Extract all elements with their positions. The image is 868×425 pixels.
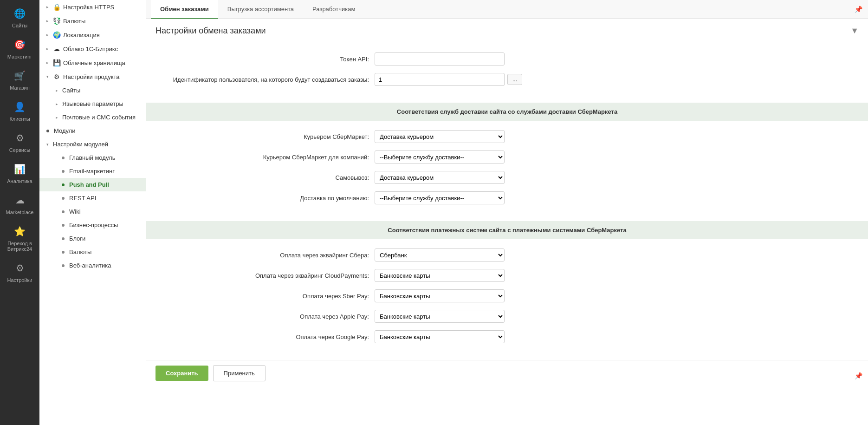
nav-item-services[interactable]: ⚙ Сервисы: [0, 126, 39, 157]
default-delivery-select[interactable]: --Выберите службу доставки-- Доставка ку…: [375, 191, 505, 204]
delivery-section-header: Соответствия служб доставки сайта со слу…: [146, 103, 868, 121]
courier-company-select[interactable]: --Выберите службу доставки-- Доставка ку…: [375, 150, 505, 163]
sidebar-label-rest-api: REST API: [69, 195, 96, 202]
token-input[interactable]: [375, 52, 505, 65]
sidebar-item-lang[interactable]: ▸ Языковые параметры: [39, 97, 146, 111]
google-pay-select[interactable]: Банковские карты Сбербанк: [375, 330, 505, 343]
sidebar-item-currencies2[interactable]: Валюты: [39, 245, 146, 259]
cloud-payment-select[interactable]: Банковские карты Сбербанк: [375, 269, 505, 282]
bitrix24-icon: ⭐: [13, 224, 27, 238]
pin-icon: 📌: [855, 6, 862, 13]
sidebar-label-modules: Модули: [54, 127, 76, 134]
sidebar-item-product-settings[interactable]: ▾ ⚙ Настройки продукта: [39, 70, 146, 84]
sidebar-label-blogs: Блоги: [69, 235, 85, 242]
main-panel: Обмен заказами Выгрузка ассортимента Раз…: [146, 0, 868, 425]
payment-section-header: Соответствия платежных систем сайта с пл…: [146, 221, 868, 239]
sidebar-item-module-settings[interactable]: ▾ Настройки модулей: [39, 137, 146, 151]
currencies-icon: 💱: [53, 17, 60, 25]
sidebar-item-wiki[interactable]: Wiki: [39, 205, 146, 218]
nav-label-clients: Клиенты: [9, 116, 30, 122]
sidebar-item-web-analytics[interactable]: Веб-аналитика: [39, 259, 146, 272]
sidebar-label-https: Настройка HTTPS: [63, 4, 114, 11]
dot-push-pull: [62, 183, 65, 186]
sidebar-item-push-pull[interactable]: Push and Pull: [39, 178, 146, 191]
sidebar-item-rest-api[interactable]: REST API: [39, 191, 146, 205]
arrow-icon-storage: ▸: [46, 60, 49, 65]
default-delivery-row: Доставка по умолчанию: --Выберите службу…: [165, 191, 849, 204]
sidebar-item-cloud-storage[interactable]: ▸ 💾 Облачные хранилища: [39, 56, 146, 70]
cloud-icon: ☁: [53, 45, 60, 52]
sidebar-item-email-marketing[interactable]: Email-маркетинг: [39, 164, 146, 178]
https-icon: 🔒: [53, 3, 60, 11]
google-pay-label: Оплата через Google Pay:: [165, 333, 369, 340]
dot-modules: [46, 130, 49, 132]
sidebar-item-sms[interactable]: ▸ Почтовые и СМС события: [39, 111, 146, 124]
footer-buttons: Сохранить Применить 📌: [146, 360, 868, 386]
arrow-icon-sites: ▸: [56, 88, 58, 93]
google-pay-row: Оплата через Google Pay: Банковские карт…: [165, 330, 849, 343]
sidebar-label-currencies2: Валюты: [69, 248, 91, 255]
pin-icon-bottom: 📌: [855, 372, 862, 379]
user-id-label: Идентификатор пользователя, на которого …: [165, 76, 369, 83]
marketplace-icon: ☁: [13, 193, 27, 207]
sidebar-label-localization: Локализация: [63, 32, 100, 39]
sidebar-label-cloud: Облако 1С-Битрикс: [63, 46, 118, 52]
sites-icon: 🌐: [13, 7, 27, 20]
sidebar-item-biz-proc[interactable]: Бизнес-процессы: [39, 218, 146, 232]
dot-blogs: [62, 237, 65, 240]
sber-payment-label: Оплата через эквайринг Сбера:: [165, 252, 369, 259]
payment-form-area: Оплата через эквайринг Сбера: Сбербанк Б…: [146, 239, 868, 360]
token-label: Токен API:: [165, 56, 369, 63]
arrow-icon-product: ▾: [46, 74, 49, 79]
sidebar-item-localization[interactable]: ▸ 🌍 Локализация: [39, 28, 146, 42]
form-area: Токен API: Идентификатор пользователя, н…: [146, 43, 868, 103]
sidebar-item-cloud[interactable]: ▸ ☁ Облако 1С-Битрикс: [39, 42, 146, 56]
analytics-icon: 📊: [13, 162, 27, 176]
sber-pay-row: Оплата через Sber Pay: Банковские карты …: [165, 289, 849, 302]
tab-orders[interactable]: Обмен заказами: [151, 0, 218, 19]
localization-icon: 🌍: [53, 31, 60, 39]
nav-label-sites: Сайты: [12, 23, 27, 28]
dot-main-module: [62, 157, 65, 159]
user-id-input[interactable]: [375, 73, 505, 86]
courier-select[interactable]: Доставка курьером --Выберите службу дост…: [375, 130, 505, 143]
sidebar-item-main-module[interactable]: Главный модуль: [39, 151, 146, 164]
tab-assortment[interactable]: Выгрузка ассортимента: [218, 0, 303, 19]
pickup-row: Самовывоз: Доставка курьером --Выберите …: [165, 171, 849, 184]
apply-button[interactable]: Применить: [213, 365, 266, 381]
dot-email-marketing: [62, 170, 65, 173]
sidebar-item-modules[interactable]: Модули: [39, 124, 146, 137]
tab-developers[interactable]: Разработчикам: [303, 0, 364, 19]
sber-pay-select[interactable]: Банковские карты Сбербанк: [375, 289, 505, 302]
sidebar-item-blogs[interactable]: Блоги: [39, 232, 146, 245]
nav-item-analytics[interactable]: 📊 Аналитика: [0, 157, 39, 189]
nav-label-bitrix24: Переход в Битрикс24: [2, 241, 37, 252]
sber-pay-label: Оплата через Sber Pay:: [165, 293, 369, 300]
nav-item-clients[interactable]: 👤 Клиенты: [0, 95, 39, 126]
arrow-icon-currencies: ▸: [46, 19, 49, 23]
dot-web-analytics: [62, 264, 65, 267]
page-title: Настройки обмена заказами: [155, 26, 266, 36]
sidebar-label-email-marketing: Email-маркетинг: [69, 168, 115, 175]
nav-item-marketplace[interactable]: ☁ Marketplace: [0, 189, 39, 220]
sidebar-label-product-settings: Настройки продукта: [63, 73, 120, 80]
sidebar-item-https[interactable]: ▸ 🔒 Настройка HTTPS: [39, 0, 146, 14]
sidebar-item-currencies[interactable]: ▸ 💱 Валюты: [39, 14, 146, 28]
apple-pay-select[interactable]: Банковские карты Сбербанк: [375, 310, 505, 323]
pickup-select[interactable]: Доставка курьером --Выберите службу дост…: [375, 171, 505, 184]
sidebar-label-web-analytics: Веб-аналитика: [69, 262, 111, 269]
nav-label-services: Сервисы: [9, 147, 31, 153]
sidebar-item-sites[interactable]: ▸ Сайты: [39, 84, 146, 97]
settings-nav-icon: ⚙: [13, 261, 27, 275]
dots-button[interactable]: ...: [507, 74, 522, 85]
sidebar-label-biz-proc: Бизнес-процессы: [69, 222, 118, 229]
nav-item-shop[interactable]: 🛒 Магазин: [0, 64, 39, 95]
nav-item-bitrix24[interactable]: ⭐ Переход в Битрикс24: [0, 220, 39, 256]
nav-item-sites[interactable]: 🌐 Сайты: [0, 2, 39, 33]
nav-item-settings[interactable]: ⚙ Настройки: [0, 256, 39, 288]
save-button[interactable]: Сохранить: [155, 366, 208, 381]
nav-label-settings: Настройки: [7, 277, 32, 283]
nav-item-marketing[interactable]: 🎯 Маркетинг: [0, 33, 39, 64]
token-row: Токен API:: [165, 52, 849, 65]
sber-payment-select[interactable]: Сбербанк Банковские карты: [375, 248, 505, 262]
